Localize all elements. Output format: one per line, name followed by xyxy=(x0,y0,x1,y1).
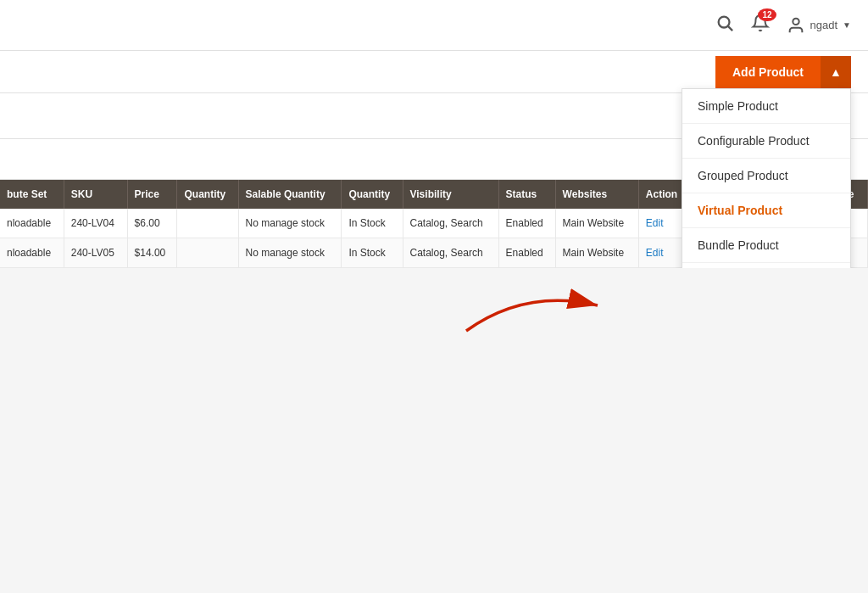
cell-qty: In Stock xyxy=(342,238,403,268)
username-label: ngadt xyxy=(810,19,838,31)
add-product-button[interactable]: Add Product xyxy=(715,56,821,88)
col-header-qty: Quantity xyxy=(342,180,403,209)
cell-quantity xyxy=(177,238,238,268)
col-header-status: Status xyxy=(498,180,555,209)
edit-link[interactable]: Edit xyxy=(646,217,664,229)
cell-attribute-set: nloadable xyxy=(0,238,64,268)
dropdown-item-grouped[interactable]: Grouped Product xyxy=(682,159,850,193)
sub-header: Add Product ▲ Simple Product Configurabl… xyxy=(0,51,868,93)
add-product-wrapper: Add Product ▲ Simple Product Configurabl… xyxy=(715,56,851,88)
cell-websites: Main Website xyxy=(555,209,638,238)
add-product-toggle-button[interactable]: ▲ xyxy=(821,56,851,88)
cell-websites: Main Website xyxy=(555,238,638,268)
col-header-price: Price xyxy=(127,180,177,209)
dropdown-item-virtual[interactable]: Virtual Product xyxy=(682,193,850,228)
cell-price: $14.00 xyxy=(127,238,177,268)
user-menu[interactable]: ngadt ▼ xyxy=(787,16,851,35)
col-header-websites: Websites xyxy=(555,180,638,209)
dropdown-item-simple[interactable]: Simple Product xyxy=(682,89,850,124)
cell-salable-quantity: No manage stock xyxy=(238,209,342,238)
search-icon[interactable] xyxy=(715,14,734,36)
dropdown-item-downloadable[interactable]: Downloadable Product xyxy=(682,263,850,269)
user-dropdown-chevron: ▼ xyxy=(843,20,851,30)
cell-status: Enabled xyxy=(498,209,555,238)
product-type-dropdown: Simple Product Configurable Product Grou… xyxy=(682,88,851,269)
notification-bell[interactable]: 12 xyxy=(751,14,770,36)
notification-count: 12 xyxy=(758,8,776,21)
dropdown-item-bundle[interactable]: Bundle Product xyxy=(682,228,850,263)
cell-qty: In Stock xyxy=(342,209,403,238)
col-header-sku: SKU xyxy=(64,180,127,209)
cell-visibility: Catalog, Search xyxy=(403,209,498,238)
col-header-visibility: Visibility xyxy=(403,180,498,209)
cell-sku: 240-LV04 xyxy=(64,209,127,238)
cell-quantity xyxy=(177,209,238,238)
toggle-up-icon: ▲ xyxy=(830,65,842,79)
col-header-attribute-set: bute Set xyxy=(0,180,64,209)
top-header: 12 ngadt ▼ xyxy=(0,0,868,51)
col-header-quantity: Quantity xyxy=(177,180,238,209)
svg-point-2 xyxy=(793,18,798,24)
edit-link[interactable]: Edit xyxy=(646,247,664,259)
col-header-salable-quantity: Salable Quantity xyxy=(238,180,342,209)
dropdown-item-configurable[interactable]: Configurable Product xyxy=(682,124,850,159)
cell-status: Enabled xyxy=(498,238,555,268)
cell-salable-quantity: No manage stock xyxy=(238,238,342,268)
cell-visibility: Catalog, Search xyxy=(403,238,498,268)
cell-price: $6.00 xyxy=(127,209,177,238)
cell-sku: 240-LV05 xyxy=(64,238,127,268)
svg-line-1 xyxy=(728,26,732,31)
svg-point-0 xyxy=(718,17,729,28)
cell-attribute-set: nloadable xyxy=(0,209,64,238)
